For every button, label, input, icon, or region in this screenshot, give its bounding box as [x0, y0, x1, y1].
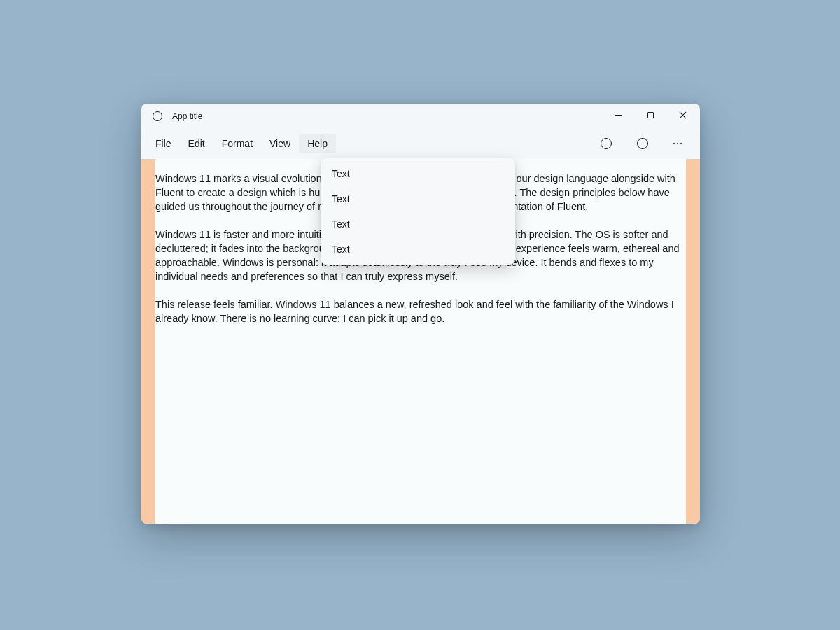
- toolbar-action-2-icon[interactable]: [637, 138, 648, 149]
- menu-edit[interactable]: Edit: [180, 134, 214, 153]
- menu-view[interactable]: View: [261, 134, 299, 153]
- maximize-icon: [648, 112, 654, 118]
- toolbar-action-1-icon[interactable]: [601, 138, 612, 149]
- margin-highlight-left: [141, 159, 155, 524]
- dropdown-item-4[interactable]: Text: [323, 237, 512, 262]
- minimize-button[interactable]: [602, 104, 634, 126]
- more-button[interactable]: [666, 139, 690, 149]
- minimize-icon: [615, 115, 622, 115]
- maximize-button[interactable]: [634, 104, 666, 126]
- menu-format[interactable]: Format: [214, 134, 261, 153]
- close-icon: [679, 111, 686, 118]
- menubar: File Edit Format View Help Text Text Tex…: [141, 129, 700, 158]
- help-dropdown: Text Text Text Text: [321, 158, 515, 265]
- menu-file[interactable]: File: [147, 134, 180, 153]
- caption-buttons: [602, 104, 699, 129]
- menu-help[interactable]: Help: [299, 134, 336, 153]
- app-icon: [153, 111, 162, 121]
- dropdown-item-2[interactable]: Text: [323, 186, 512, 211]
- dot-icon: [677, 143, 679, 145]
- dot-icon: [680, 143, 682, 145]
- dropdown-item-3[interactable]: Text: [323, 211, 512, 237]
- close-button[interactable]: [666, 104, 699, 126]
- titlebar[interactable]: App title: [141, 104, 700, 129]
- app-window: App title File Edit Format View Help: [141, 104, 700, 524]
- app-title: App title: [172, 111, 602, 121]
- margin-highlight-right: [686, 159, 700, 524]
- dot-icon: [673, 143, 676, 145]
- dropdown-item-1[interactable]: Text: [323, 161, 512, 186]
- paragraph-3: This release feels familiar. Windows 11 …: [155, 298, 686, 326]
